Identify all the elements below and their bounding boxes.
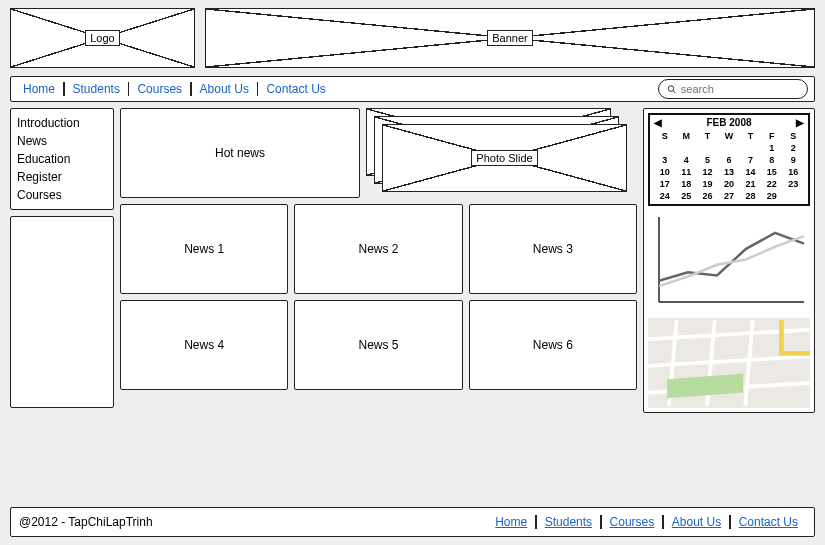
chart-series-dark (659, 233, 804, 281)
calendar-day[interactable]: 1 (761, 142, 782, 154)
calendar-day[interactable]: 25 (675, 190, 696, 202)
news-card-2-label: News 2 (358, 242, 398, 256)
calendar-day[interactable]: 8 (761, 154, 782, 166)
line-chart-widget (648, 212, 810, 312)
news-card-3[interactable]: News 3 (469, 204, 637, 294)
calendar-day[interactable]: 19 (697, 178, 718, 190)
calendar-prev-icon[interactable]: ◀ (654, 117, 662, 128)
footer: @2012 - TapChiLapTrinh Home Students Cou… (10, 507, 815, 537)
nav-about[interactable]: About Us (200, 82, 249, 96)
calendar-day[interactable]: 6 (718, 154, 739, 166)
footer-link-contact[interactable]: Contact Us (739, 515, 798, 529)
calendar-day[interactable]: 7 (740, 154, 761, 166)
sidebar-item-courses[interactable]: Courses (17, 187, 107, 203)
map-svg (648, 318, 810, 408)
calendar-dow: W (718, 130, 739, 142)
calendar-dow: S (783, 130, 804, 142)
nav-home[interactable]: Home (23, 82, 55, 96)
calendar-day[interactable]: 12 (697, 166, 718, 178)
calendar-title: FEB 2008 (706, 117, 751, 128)
photo-slide-label: Photo Slide (471, 150, 537, 166)
calendar-dow: T (740, 130, 761, 142)
calendar-day[interactable]: 20 (718, 178, 739, 190)
calendar-day[interactable]: 24 (654, 190, 675, 202)
calendar-day[interactable]: 27 (718, 190, 739, 202)
nav-links: Home Students Courses About Us Contact U… (15, 82, 334, 96)
calendar-day[interactable]: 10 (654, 166, 675, 178)
calendar-day[interactable]: 11 (675, 166, 696, 178)
calendar-day[interactable]: 9 (783, 154, 804, 166)
photo-slide-panel: Photo Slide (366, 108, 637, 198)
calendar-dow: S (654, 130, 675, 142)
calendar-day[interactable]: 14 (740, 166, 761, 178)
calendar-day[interactable]: 3 (654, 154, 675, 166)
search-input[interactable] (681, 83, 799, 95)
hot-news-label: Hot news (215, 146, 265, 160)
search-box[interactable] (658, 79, 808, 99)
calendar-dow: M (675, 130, 696, 142)
news-card-4[interactable]: News 4 (120, 300, 288, 390)
svg-point-0 (668, 85, 674, 91)
calendar-dow: F (761, 130, 782, 142)
sidebar-item-register[interactable]: Register (17, 169, 107, 185)
sidebar-item-education[interactable]: Education (17, 151, 107, 167)
calendar-day (718, 142, 739, 154)
news-card-1-label: News 1 (184, 242, 224, 256)
calendar-day[interactable]: 13 (718, 166, 739, 178)
news-card-3-label: News 3 (533, 242, 573, 256)
footer-copyright: @2012 - TapChiLapTrinh (19, 515, 153, 529)
sidebar-menu: Introduction News Education Register Cou… (10, 108, 114, 210)
calendar-day[interactable]: 17 (654, 178, 675, 190)
news-card-6[interactable]: News 6 (469, 300, 637, 390)
nav-students[interactable]: Students (73, 82, 120, 96)
logo-placeholder: Logo (10, 8, 195, 68)
calendar-day[interactable]: 23 (783, 178, 804, 190)
nav-courses[interactable]: Courses (137, 82, 182, 96)
calendar-day (697, 142, 718, 154)
calendar-grid: SMTWTFS123456789101112131415161718192021… (654, 130, 804, 202)
calendar-day[interactable]: 15 (761, 166, 782, 178)
calendar-widget[interactable]: ◀ FEB 2008 ▶ SMTWTFS12345678910111213141… (648, 113, 810, 206)
news-card-5[interactable]: News 5 (294, 300, 462, 390)
calendar-day (675, 142, 696, 154)
news-card-6-label: News 6 (533, 338, 573, 352)
calendar-day[interactable]: 29 (761, 190, 782, 202)
footer-link-courses[interactable]: Courses (610, 515, 655, 529)
navbar: Home Students Courses About Us Contact U… (10, 76, 815, 102)
news-card-1[interactable]: News 1 (120, 204, 288, 294)
calendar-day (654, 142, 675, 154)
calendar-day[interactable]: 4 (675, 154, 696, 166)
calendar-day[interactable]: 26 (697, 190, 718, 202)
map-widget[interactable] (648, 318, 810, 408)
news-card-5-label: News 5 (358, 338, 398, 352)
sidebar-item-news[interactable]: News (17, 133, 107, 149)
footer-link-home[interactable]: Home (495, 515, 527, 529)
footer-link-students[interactable]: Students (545, 515, 592, 529)
calendar-next-icon[interactable]: ▶ (796, 117, 804, 128)
photo-slide-front: Photo Slide (382, 124, 627, 192)
calendar-day[interactable]: 22 (761, 178, 782, 190)
chart-svg (648, 212, 810, 312)
svg-line-1 (673, 90, 675, 92)
hot-news-panel: Hot news (120, 108, 360, 198)
calendar-dow: T (697, 130, 718, 142)
calendar-day (740, 142, 761, 154)
calendar-day[interactable]: 5 (697, 154, 718, 166)
calendar-day[interactable]: 28 (740, 190, 761, 202)
chart-series-light (659, 236, 804, 286)
sidebar-item-introduction[interactable]: Introduction (17, 115, 107, 131)
news-card-2[interactable]: News 2 (294, 204, 462, 294)
logo-label: Logo (85, 30, 119, 46)
nav-contact[interactable]: Contact Us (266, 82, 325, 96)
banner-label: Banner (487, 30, 532, 46)
sidebar-secondary-box (10, 216, 114, 408)
calendar-day[interactable]: 2 (783, 142, 804, 154)
search-icon (667, 84, 677, 95)
calendar-day[interactable]: 18 (675, 178, 696, 190)
news-card-4-label: News 4 (184, 338, 224, 352)
footer-link-about[interactable]: About Us (672, 515, 721, 529)
banner-placeholder: Banner (205, 8, 815, 68)
calendar-day[interactable]: 16 (783, 166, 804, 178)
calendar-day[interactable]: 21 (740, 178, 761, 190)
